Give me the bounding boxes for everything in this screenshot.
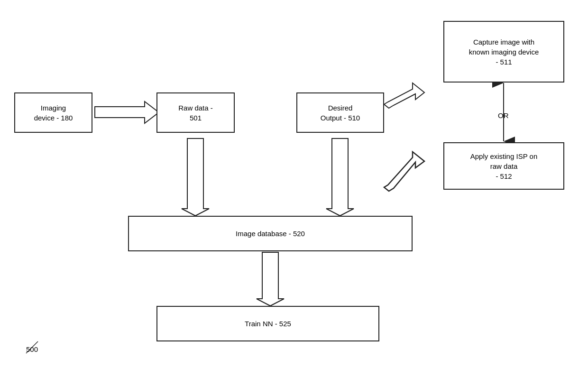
- box-raw-data: Raw data -501: [156, 92, 235, 133]
- or-label: OR: [498, 103, 509, 120]
- box-apply-isp: Apply existing ISP onraw data- 512: [443, 142, 564, 190]
- arrow-capture-to-desired: [384, 83, 424, 108]
- imaging-device-label: Imagingdevice - 180: [34, 103, 73, 123]
- train-nn-label: Train NN - 525: [245, 319, 291, 329]
- box-desired-output: DesiredOutput - 510: [296, 92, 384, 133]
- arrow-raw-to-db: [182, 138, 209, 216]
- desired-output-label: DesiredOutput - 510: [321, 103, 360, 123]
- box-train-nn: Train NN - 525: [156, 306, 379, 341]
- arrow-desired-to-db: [326, 138, 354, 216]
- arrow-isp-to-db: [384, 152, 424, 191]
- diagram: Imagingdevice - 180 Raw data -501 Desire…: [0, 0, 588, 377]
- box-imaging-device: Imagingdevice - 180: [14, 92, 92, 133]
- box-image-database: Image database - 520: [128, 216, 413, 251]
- apply-isp-label: Apply existing ISP onraw data- 512: [470, 151, 537, 181]
- capture-image-label: Capture image withknown imaging device- …: [469, 37, 539, 67]
- box-capture-image: Capture image withknown imaging device- …: [443, 21, 564, 83]
- raw-data-label: Raw data -501: [178, 103, 213, 123]
- image-database-label: Image database - 520: [236, 229, 305, 239]
- arrow-imaging-to-raw: [95, 101, 159, 123]
- arrow-db-to-train: [257, 252, 284, 306]
- label-500: 500: [26, 345, 38, 353]
